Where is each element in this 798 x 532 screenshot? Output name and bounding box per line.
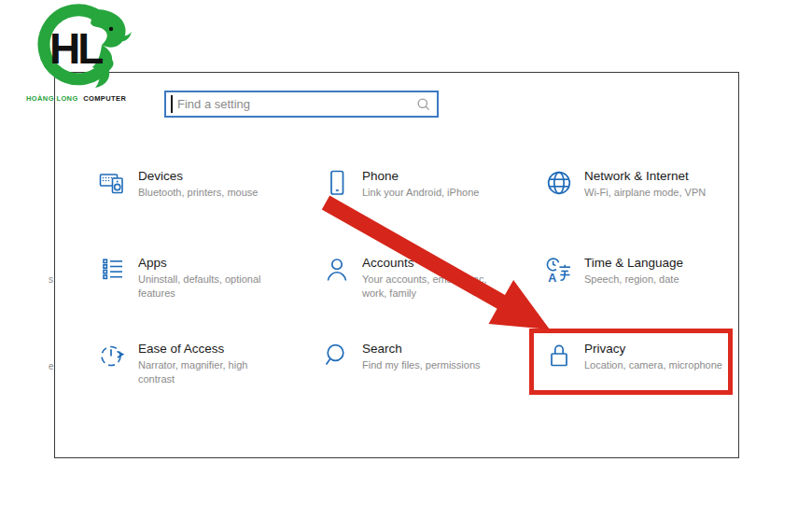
- dragon-logo-icon: HL: [24, 4, 141, 97]
- tile-phone[interactable]: Phone Link your Android, iPhone: [323, 169, 479, 200]
- ease-of-access-icon: [99, 342, 127, 370]
- tile-privacy[interactable]: Privacy Location, camera, microphone: [545, 342, 722, 372]
- brand-initials: HL: [49, 24, 103, 73]
- edge-text-fragment: e: [49, 361, 54, 371]
- tile-title: Devices: [138, 168, 258, 184]
- tile-subtitle: Narrator, magnifier, high contrast: [138, 358, 286, 386]
- tile-apps[interactable]: Apps Uninstall, defaults, optional featu…: [99, 256, 286, 301]
- text-caret: [171, 95, 173, 113]
- tile-title: Phone: [362, 168, 479, 184]
- tile-accounts[interactable]: Accounts Your accounts, email, sync, wor…: [323, 256, 510, 301]
- tile-title: Time & Language: [584, 255, 683, 271]
- tile-title: Ease of Access: [138, 341, 286, 357]
- tile-subtitle: Your accounts, email, sync, work, family: [362, 273, 510, 301]
- search-icon: [323, 342, 351, 370]
- tile-subtitle: Link your Android, iPhone: [362, 186, 479, 200]
- tile-subtitle: Speech, region, date: [584, 273, 683, 287]
- search-icon: [416, 97, 431, 112]
- find-a-setting-searchbox: [164, 91, 439, 118]
- tile-devices[interactable]: Devices Bluetooth, printers, mouse: [99, 169, 258, 200]
- tile-subtitle: Uninstall, defaults, optional features: [138, 273, 286, 301]
- brand-name-secondary: COMPUTER: [83, 94, 126, 103]
- tile-title: Privacy: [584, 341, 722, 357]
- clock-language-icon: A: [545, 256, 573, 284]
- person-icon: [323, 256, 351, 284]
- apps-list-icon: [99, 256, 127, 284]
- tile-title: Accounts: [362, 255, 510, 271]
- globe-icon: [545, 169, 573, 197]
- tile-subtitle: Find my files, permissions: [362, 358, 481, 372]
- tile-search[interactable]: Search Find my files, permissions: [323, 342, 481, 372]
- tile-subtitle: Location, camera, microphone: [584, 358, 722, 372]
- lock-icon: [545, 342, 573, 370]
- tile-subtitle: Wi-Fi, airplane mode, VPN: [584, 186, 706, 200]
- phone-icon: [323, 169, 351, 197]
- search-input[interactable]: [164, 91, 439, 118]
- tile-network-internet[interactable]: Network & Internet Wi-Fi, airplane mode,…: [545, 169, 706, 200]
- tile-title: Search: [362, 341, 481, 357]
- tile-time-language[interactable]: A Time & Language Speech, region, date: [545, 256, 683, 287]
- tile-subtitle: Bluetooth, printers, mouse: [138, 186, 258, 200]
- brand-name: HOÀNG LONG COMPUTER: [26, 94, 126, 103]
- devices-icon: [99, 169, 127, 197]
- svg-text:A: A: [548, 272, 556, 285]
- tile-title: Network & Internet: [584, 168, 706, 184]
- brand-name-primary: HOÀNG LONG: [26, 94, 78, 103]
- tile-title: Apps: [138, 255, 286, 271]
- tile-ease-of-access[interactable]: Ease of Access Narrator, magnifier, high…: [99, 342, 286, 386]
- brand-logo: HL: [24, 4, 141, 101]
- edge-text-fragment: s: [49, 274, 53, 285]
